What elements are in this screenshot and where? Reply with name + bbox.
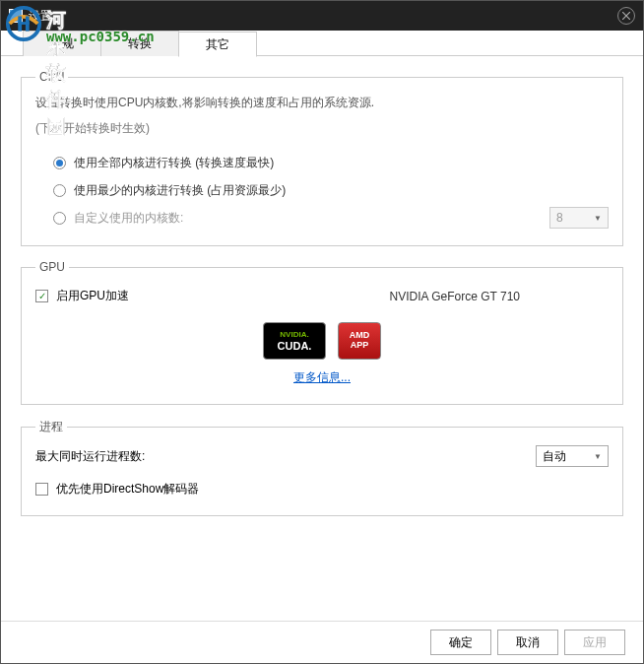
cpu-radio-custom-cores[interactable] <box>53 212 66 225</box>
process-legend: 进程 <box>35 419 67 435</box>
directshow-label: 优先使用DirectShow解码器 <box>56 481 199 498</box>
apply-button[interactable]: 应用 <box>564 630 625 655</box>
cpu-description: 设置转换时使用CPU内核数,将影响转换的速度和占用的系统资源. <box>35 94 609 112</box>
tab-bar: 常规 转换 其它 <box>1 31 643 56</box>
max-process-label: 最大同时运行进程数: <box>35 448 145 465</box>
max-process-select[interactable]: 自动 ▼ <box>536 445 609 467</box>
cpu-legend: CPU <box>35 70 68 84</box>
titlebar: 设置 <box>1 1 643 31</box>
cpu-group: CPU 设置转换时使用CPU内核数,将影响转换的速度和占用的系统资源. (下次开… <box>21 70 623 246</box>
cpu-cores-value: 8 <box>556 211 563 225</box>
window-title: 设置 <box>29 8 52 25</box>
cpu-cores-select: 8 ▼ <box>549 207 609 229</box>
gpu-enable-label: 启用GPU加速 <box>56 288 129 304</box>
chevron-down-icon: ▼ <box>594 452 602 461</box>
gpu-more-info-link[interactable]: 更多信息... <box>35 369 609 386</box>
cancel-button[interactable]: 取消 <box>497 630 558 655</box>
tab-convert[interactable]: 转换 <box>100 31 179 56</box>
tab-other[interactable]: 其它 <box>178 32 257 57</box>
cpu-radio-all-cores[interactable] <box>53 157 66 169</box>
ok-button[interactable]: 确定 <box>430 630 491 655</box>
close-icon <box>622 12 630 20</box>
max-process-value: 自动 <box>543 448 566 465</box>
content-area: CPU 设置转换时使用CPU内核数,将影响转换的速度和占用的系统资源. (下次开… <box>1 56 643 621</box>
cpu-radio-all-label: 使用全部内核进行转换 (转换速度最快) <box>74 155 274 171</box>
cpu-radio-min-cores[interactable] <box>53 184 66 197</box>
gpu-enable-checkbox[interactable]: ✓ <box>35 290 48 302</box>
amd-app-text: APP <box>351 341 369 351</box>
footer: 确定 取消 应用 <box>1 621 643 663</box>
amd-app-badge: AMD APP <box>338 322 381 360</box>
gpu-legend: GPU <box>35 260 69 274</box>
process-group: 进程 最大同时运行进程数: 自动 ▼ 优先使用DirectShow解码器 <box>21 419 623 516</box>
app-icon <box>9 9 23 23</box>
cuda-text: CUDA. <box>278 340 312 352</box>
nvidia-brand: NVIDIA. <box>280 331 308 340</box>
cpu-radio-min-label: 使用最少的内核进行转换 (占用资源最少) <box>74 182 286 199</box>
cpu-radio-custom-label: 自定义使用的内核数: <box>74 210 183 227</box>
gpu-device-name: NVIDIA GeForce GT 710 <box>390 290 521 303</box>
gpu-group: GPU ✓ 启用GPU加速 NVIDIA GeForce GT 710 NVID… <box>21 260 623 405</box>
tab-general[interactable]: 常规 <box>23 31 101 56</box>
chevron-down-icon: ▼ <box>594 214 602 223</box>
cpu-note: (下次开始转换时生效) <box>35 120 609 137</box>
close-button[interactable] <box>617 7 635 25</box>
nvidia-cuda-badge: NVIDIA. CUDA. <box>263 322 326 360</box>
directshow-checkbox[interactable] <box>35 483 48 496</box>
